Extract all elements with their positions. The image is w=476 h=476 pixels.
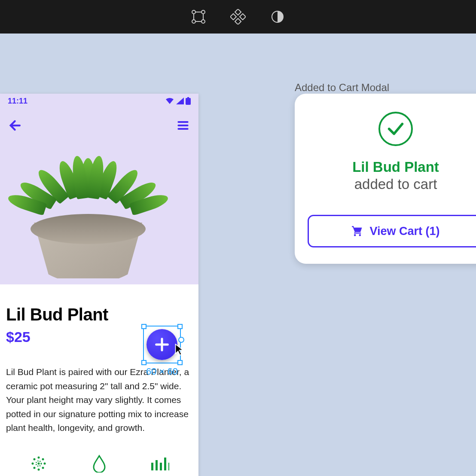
svg-point-4 xyxy=(201,20,205,23)
svg-point-21 xyxy=(42,467,44,469)
resize-handle-tl[interactable] xyxy=(141,324,146,329)
product-hero: 11:11 xyxy=(0,94,198,284)
modal-subtitle: added to cart xyxy=(354,176,437,192)
svg-rect-26 xyxy=(168,463,169,470)
svg-point-18 xyxy=(34,458,36,460)
svg-rect-25 xyxy=(164,458,166,470)
signal-icon xyxy=(176,98,184,104)
view-cart-button[interactable]: View Cart (1) xyxy=(308,215,476,247)
svg-rect-8 xyxy=(240,14,246,20)
svg-rect-11 xyxy=(187,97,189,98)
feature-size: Small plant xyxy=(129,454,190,476)
design-tool-toolbar xyxy=(0,0,476,34)
svg-point-15 xyxy=(38,468,40,470)
svg-rect-22 xyxy=(151,463,153,470)
svg-point-20 xyxy=(34,467,36,469)
cursor-pointer-icon xyxy=(175,344,185,356)
design-canvas[interactable]: tail Added to Cart Modal 11:11 xyxy=(0,34,476,476)
svg-point-16 xyxy=(32,462,34,464)
water-drop-icon xyxy=(73,454,126,473)
plus-icon xyxy=(153,336,171,353)
sun-low-icon xyxy=(12,454,66,473)
svg-point-19 xyxy=(42,458,44,460)
selection-dimensions: 60 × 60 xyxy=(143,366,181,377)
svg-point-3 xyxy=(192,20,195,23)
frame-product-detail[interactable]: 11:11 xyxy=(0,94,198,476)
rotation-handle[interactable] xyxy=(178,337,184,343)
view-cart-label: View Cart (1) xyxy=(369,225,439,238)
feature-water: Water every other week xyxy=(69,454,130,476)
success-check-icon xyxy=(378,112,413,146)
svg-rect-6 xyxy=(235,18,241,24)
cart-icon xyxy=(351,225,363,237)
add-to-cart-fab[interactable] xyxy=(146,329,177,360)
wifi-icon xyxy=(165,98,174,104)
modal-product-name: Lil Bud Plant xyxy=(352,159,439,175)
product-body: Lil Bud Plant $25 Lil Bud Plant is paire… xyxy=(0,284,198,476)
menu-button[interactable] xyxy=(174,117,192,134)
svg-point-17 xyxy=(44,462,46,464)
product-title: Lil Bud Plant xyxy=(6,305,192,324)
svg-rect-24 xyxy=(160,463,162,470)
resize-handle-tr[interactable] xyxy=(177,324,183,329)
resize-handle-bl[interactable] xyxy=(141,360,146,365)
feature-light: Low light xyxy=(9,454,69,476)
frame-label-detail[interactable]: tail xyxy=(0,82,0,94)
battery-icon xyxy=(186,97,191,105)
frame-added-to-cart-modal[interactable]: Lil Bud Plant added to cart View Cart (1… xyxy=(295,94,476,264)
svg-rect-7 xyxy=(230,14,236,20)
resize-handle-br[interactable] xyxy=(177,360,183,365)
status-icons xyxy=(165,97,191,105)
status-bar: 11:11 xyxy=(0,94,198,108)
svg-point-13 xyxy=(38,462,40,464)
fab-selection[interactable]: 60 × 60 xyxy=(143,326,181,363)
status-time: 11:11 xyxy=(8,97,27,106)
svg-rect-23 xyxy=(156,460,158,470)
product-image xyxy=(19,128,148,283)
svg-point-2 xyxy=(201,10,205,14)
svg-point-14 xyxy=(38,456,40,458)
frame-label-modal[interactable]: Added to Cart Modal xyxy=(295,82,389,94)
hamburger-icon xyxy=(176,119,190,132)
bars-small-icon xyxy=(133,454,186,473)
svg-rect-5 xyxy=(235,9,241,15)
svg-rect-10 xyxy=(186,98,191,105)
components-icon[interactable] xyxy=(230,9,246,24)
contrast-mask-icon[interactable] xyxy=(270,9,285,24)
frame-tool-icon[interactable] xyxy=(191,9,206,24)
svg-point-1 xyxy=(192,10,195,14)
product-features: Low light Water every other week Small p… xyxy=(6,454,192,476)
